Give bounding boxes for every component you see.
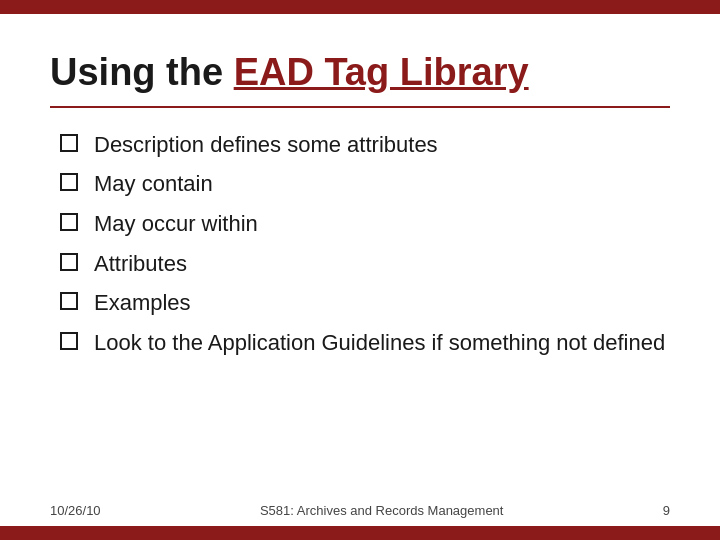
bullet-text: Description defines some attributes [94,130,670,160]
title-section: Using the EAD Tag Library [50,50,670,96]
bullet-icon [60,253,78,271]
list-item: Attributes [60,249,670,279]
footer-page: 9 [663,503,670,518]
bottom-bar [0,526,720,540]
bullet-text: May occur within [94,209,670,239]
footer-date: 10/26/10 [50,503,101,518]
list-item: Description defines some attributes [60,130,670,160]
footer: 10/26/10 S581: Archives and Records Mana… [50,503,670,518]
footer-course: S581: Archives and Records Management [260,503,504,518]
list-item: May contain [60,169,670,199]
bullet-icon [60,332,78,350]
content-area: Description defines some attributes May … [50,130,670,358]
list-item: May occur within [60,209,670,239]
bullet-text: Look to the Application Guidelines if so… [94,328,670,358]
bullet-icon [60,134,78,152]
bullet-icon [60,213,78,231]
bullet-list: Description defines some attributes May … [60,130,670,358]
bullet-text: Examples [94,288,670,318]
bullet-icon [60,292,78,310]
title-link[interactable]: EAD Tag Library [234,51,529,93]
list-item: Examples [60,288,670,318]
bullet-text: May contain [94,169,670,199]
title-divider [50,106,670,108]
slide: Using the EAD Tag Library Description de… [0,0,720,540]
top-bar [0,0,720,14]
bullet-icon [60,173,78,191]
slide-title: Using the EAD Tag Library [50,50,670,96]
list-item: Look to the Application Guidelines if so… [60,328,670,358]
bullet-text: Attributes [94,249,670,279]
title-prefix: Using the [50,51,234,93]
